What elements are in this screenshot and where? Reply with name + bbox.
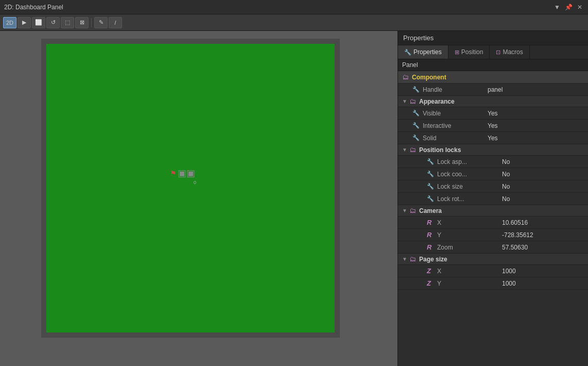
interactive-value[interactable]: Yes <box>483 122 588 129</box>
lock-asp-name: Lock asp... <box>436 158 498 165</box>
properties-tabs: 🔧 Properties ⊞ Position ⊡ Macros <box>398 45 588 59</box>
interactive-row: 🔧 Interactive Yes <box>398 120 588 132</box>
canvas-content: ⚑ ▣▣ 0 <box>46 44 335 332</box>
solid-row: 🔧 Solid Yes <box>398 132 588 144</box>
coord-text: 0 <box>194 180 196 185</box>
lock-size-value[interactable]: No <box>498 183 588 190</box>
dropdown-btn[interactable]: ▼ <box>553 3 561 11</box>
rotate-btn[interactable]: ↺ <box>46 17 60 28</box>
tab-macros[interactable]: ⊡ Macros <box>490 45 529 59</box>
lock-size-row: 🔧 Lock size No <box>398 180 588 193</box>
tab-properties-label: Properties <box>413 48 442 56</box>
camera-x-name: X <box>436 219 498 226</box>
interactive-icon: 🔧 <box>412 122 422 129</box>
page-size-folder-icon: 🗂 <box>409 255 416 263</box>
tab-properties[interactable]: 🔧 Properties <box>398 45 448 59</box>
delete-btn[interactable]: ⊠ <box>75 17 89 28</box>
appearance-label: Appearance <box>419 98 455 105</box>
2d-btn[interactable]: 2D <box>3 17 16 28</box>
camera-x-value[interactable]: 10.60516 <box>498 219 588 226</box>
window-title: 2D: Dashboard Panel <box>4 4 553 11</box>
camera-label: Camera <box>419 207 442 214</box>
pin-btn[interactable]: 📌 <box>564 3 573 11</box>
camera-zoom-value[interactable]: 57.50630 <box>498 244 588 251</box>
page-y-z-icon: Z <box>427 279 436 287</box>
visible-icon: 🔧 <box>412 110 422 117</box>
lock-asp-row: 🔧 Lock asp... No <box>398 156 588 168</box>
page-y-value[interactable]: 1000 <box>498 280 588 287</box>
camera-zoom-r-icon: R <box>427 243 436 251</box>
visible-name: Visible <box>422 110 483 117</box>
camera-x-row: R X 10.60516 <box>398 217 588 229</box>
visible-value[interactable]: Yes <box>483 110 588 117</box>
main-layout: ⚑ ▣▣ 0 Properties 🔧 Properties ⊞ Positio… <box>0 31 588 366</box>
camera-y-value[interactable]: -728.35612 <box>498 231 588 239</box>
toolbar-separator <box>91 18 92 27</box>
canvas-viewport: ⚑ ▣▣ 0 <box>41 39 340 338</box>
solid-value[interactable]: Yes <box>483 135 588 142</box>
component-section-header[interactable]: 🗂 Component <box>398 71 588 84</box>
macros-tab-icon: ⊡ <box>496 49 500 56</box>
lock-rot-name: Lock rot... <box>436 195 498 203</box>
tab-macros-label: Macros <box>503 48 523 56</box>
lock-coo-row: 🔧 Lock coo... No <box>398 168 588 180</box>
position-tab-icon: ⊞ <box>455 49 459 56</box>
component-folder-icon: 🗂 <box>402 73 409 81</box>
position-locks-arrow: ▼ <box>402 147 407 153</box>
handle-row: 🔧 Handle panel <box>398 84 588 96</box>
page-x-value[interactable]: 1000 <box>498 268 588 275</box>
component-label: Component <box>412 74 446 81</box>
camera-section-header[interactable]: ▼ 🗂 Camera <box>398 205 588 217</box>
properties-title: Properties <box>398 31 588 45</box>
lock-size-name: Lock size <box>436 183 498 190</box>
appearance-section-header[interactable]: ▼ 🗂 Appearance <box>398 96 588 107</box>
visible-row: 🔧 Visible Yes <box>398 107 588 120</box>
canvas-object[interactable]: ⚑ ▣▣ 0 <box>170 168 195 179</box>
solid-icon: 🔧 <box>412 135 422 141</box>
properties-tab-icon: 🔧 <box>404 49 411 56</box>
lock-rot-icon: 🔧 <box>427 195 436 202</box>
page-x-name: X <box>436 268 498 275</box>
camera-zoom-name: Zoom <box>436 244 498 251</box>
props-header: Panel <box>398 59 588 71</box>
tab-position[interactable]: ⊞ Position <box>448 45 490 59</box>
page-size-section-header[interactable]: ▼ 🗂 Page size <box>398 254 588 265</box>
position-locks-section-header[interactable]: ▼ 🗂 Position locks <box>398 144 588 156</box>
lock-size-icon: 🔧 <box>427 183 436 190</box>
handle-value[interactable]: panel <box>483 86 588 93</box>
lock-asp-icon: 🔧 <box>427 158 436 165</box>
camera-zoom-row: R Zoom 57.50630 <box>398 241 588 254</box>
toolbar: 2D ▶ ⬜ ↺ ⬚ ⊠ ✎ / <box>0 14 588 31</box>
position-locks-label: Position locks <box>419 146 461 154</box>
line-btn[interactable]: / <box>109 17 122 28</box>
page-size-arrow: ▼ <box>402 256 407 262</box>
properties-panel: Properties 🔧 Properties ⊞ Position ⊡ Mac… <box>397 31 588 366</box>
title-bar-controls: ▼ 📌 ✕ <box>553 3 584 11</box>
camera-y-row: R Y -728.35612 <box>398 229 588 241</box>
position-locks-folder-icon: 🗂 <box>409 146 416 154</box>
solid-name: Solid <box>422 135 483 142</box>
lock-coo-value[interactable]: No <box>498 171 588 178</box>
camera-y-name: Y <box>436 231 498 239</box>
appearance-folder-icon: 🗂 <box>409 97 416 105</box>
lock-asp-value[interactable]: No <box>498 158 588 165</box>
page-y-row: Z Y 1000 <box>398 277 588 290</box>
pencil-btn[interactable]: ✎ <box>94 17 108 28</box>
tab-position-label: Position <box>461 48 483 56</box>
appearance-arrow: ▼ <box>402 98 407 104</box>
camera-x-r-icon: R <box>427 219 436 226</box>
lock-coo-icon: 🔧 <box>427 171 436 177</box>
select-btn[interactable]: ⬜ <box>32 17 45 28</box>
handle-name: Handle <box>422 86 483 93</box>
lock-coo-name: Lock coo... <box>436 171 498 178</box>
play-btn[interactable]: ▶ <box>18 17 31 28</box>
interactive-name: Interactive <box>422 122 483 129</box>
lock-rot-value[interactable]: No <box>498 195 588 203</box>
page-x-z-icon: Z <box>427 267 436 275</box>
page-x-row: Z X 1000 <box>398 265 588 277</box>
camera-arrow: ▼ <box>402 208 407 213</box>
canvas-area[interactable]: ⚑ ▣▣ 0 <box>0 31 397 366</box>
camera-y-r-icon: R <box>427 231 436 239</box>
close-btn[interactable]: ✕ <box>576 3 584 11</box>
transform-btn[interactable]: ⬚ <box>61 17 74 28</box>
